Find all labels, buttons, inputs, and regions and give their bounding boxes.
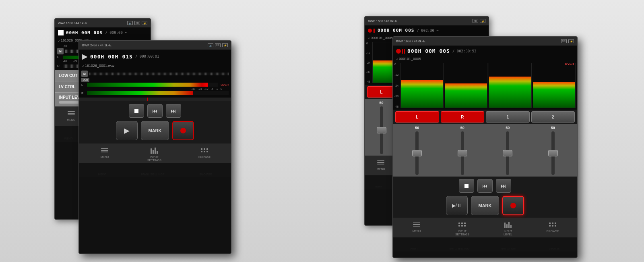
usb-icon-rf: ⚡	[568, 39, 574, 43]
right-front-meters-container: 0-12-24-30-48 OVER	[393, 61, 577, 110]
main-scene: WAV 16bit / 44.1kHz 🔈 XR ⚡ 000H 00M 00S …	[0, 0, 644, 262]
right-front-channel-btns: L R 1 2	[393, 110, 577, 124]
transport-row-2: ▶ MARK	[82, 121, 228, 140]
l-label: L	[57, 55, 61, 59]
fader-2-value-rf: 50	[551, 126, 555, 130]
rec-dot-rb	[368, 29, 372, 33]
fader-l-thumb-rf[interactable]	[412, 150, 422, 156]
nav-input-level-rf[interactable]: INPUTLEVEL	[502, 220, 514, 236]
stop-icon-rf	[464, 184, 469, 188]
menu-icon	[66, 109, 77, 118]
fader-r-thumb-rf[interactable]	[458, 150, 467, 156]
left-front-status-bar: BWF 24bit / 44.1kHz 🔈 XR ⚡	[79, 41, 231, 50]
right-front-time-display: 000H 00M 00S / 002:30:53	[393, 46, 577, 56]
nav-browse-rf[interactable]: BROWSE	[547, 220, 559, 236]
play-icon-t: ▶	[124, 126, 130, 135]
fader-l-rf: 50	[395, 126, 439, 175]
rec-button[interactable]	[172, 121, 194, 140]
r-label: R	[57, 64, 61, 68]
rewind-button-rf[interactable]: ⏮	[477, 179, 493, 193]
nav-menu-rb[interactable]: MENU	[375, 158, 386, 174]
ch-btn-l-rb[interactable]: L	[367, 86, 396, 98]
ch-bar-2-rf	[533, 82, 575, 108]
ch-btn-r-rf[interactable]: R	[441, 111, 485, 123]
right-back-status-bar: BWF 16bit / 48.0kHz XR ⚡	[365, 17, 489, 25]
speaker-icon: 🔈	[127, 21, 133, 25]
right-front-time-total: / 002:30:53	[452, 49, 477, 53]
progress-fill	[147, 98, 148, 101]
speaker-icon-f: 🔈	[208, 43, 213, 47]
menu-nav-label-f: MENU	[101, 156, 109, 159]
right-device-group: BWF 16bit / 48.0kHz XR ⚡ 000H 00M 00S / …	[364, 16, 590, 246]
menu-icon-f	[99, 146, 110, 155]
left-device-group: WAV 16bit / 44.1kHz 🔈 XR ⚡ 000H 00M 00S …	[54, 18, 256, 244]
ch-meter-l-rf	[400, 63, 443, 108]
nav-input-settings-f[interactable]: INPUTSETTINGS	[147, 146, 161, 162]
forward-button[interactable]: ⏭	[166, 104, 181, 118]
mark-button-rf[interactable]: MARK	[471, 196, 499, 215]
nav-menu-rf[interactable]: MENU	[411, 220, 422, 236]
xr-icon-f: XR	[215, 43, 221, 47]
fader-1-rf: 50	[486, 126, 530, 175]
pause-bar-2	[374, 29, 375, 33]
browse-icon-rf-nav	[547, 220, 558, 229]
rec-button-rf[interactable]	[502, 196, 524, 215]
mark-button[interactable]: MARK	[141, 121, 169, 140]
rec-pause-icon	[368, 29, 375, 33]
mark-label-rf: MARK	[479, 203, 492, 208]
left-front-filename: ♪ 161026_0001.wav	[79, 63, 231, 68]
play-icon: ▶	[82, 52, 88, 61]
nav-menu-f[interactable]: MENU	[99, 146, 110, 162]
ch-btn-l-rf[interactable]: L	[395, 111, 439, 123]
nav-browse-f[interactable]: BROWSE	[198, 146, 211, 162]
nav-input-settings-rf[interactable]: INPUTSETTINGS	[455, 220, 469, 236]
rec-dot	[180, 128, 186, 133]
fader-2-thumb-rf[interactable]	[548, 150, 558, 156]
pause-bar-1	[373, 29, 374, 33]
rewind-button[interactable]: ⏮	[147, 104, 163, 118]
nav-menu[interactable]: MENU	[66, 109, 77, 125]
play-pause-button-rf[interactable]: ▶/⏸	[446, 196, 468, 215]
fader-1-value-rf: 50	[506, 126, 510, 130]
pause-bar-2-rf	[404, 49, 405, 54]
left-front-vu-row-r: R	[81, 91, 229, 95]
fader-l-thumb[interactable]	[377, 127, 386, 133]
m-badge: M	[57, 48, 64, 54]
fader-l-value-rf: 50	[415, 126, 419, 130]
stop-button-rf[interactable]	[459, 179, 474, 193]
stop-icon-t	[134, 109, 138, 113]
ch-bar-r-rf	[445, 83, 487, 108]
play-button[interactable]: ▶	[116, 121, 138, 140]
fader-l-track[interactable]	[380, 106, 383, 154]
menu-icon-rf-nav	[411, 220, 422, 229]
transport-row-1: ⏮ ⏭	[82, 104, 228, 118]
fader-1-track-rf[interactable]	[506, 131, 509, 175]
right-front-status-bar: BWF 16bit / 48.0kHz XR ⚡	[393, 37, 577, 46]
fader-r-rf: 50	[441, 126, 485, 175]
rec-dot-btn-rf	[510, 203, 516, 208]
fader-r-value-rf: 50	[460, 126, 464, 130]
right-front-time: 000H 00M 00S	[407, 48, 450, 54]
left-front-screen: BWF 24bit / 44.1kHz 🔈 XR ⚡ ▶ 000H 00M 01…	[78, 40, 231, 254]
right-front-ch-meters: 0-12-24-30-48	[393, 61, 577, 110]
fader-r-track-rf[interactable]	[461, 131, 464, 175]
fwd-icon: ⏭	[171, 108, 176, 114]
menu-icon-rb	[375, 158, 386, 167]
mark-label: MARK	[149, 128, 162, 133]
usb-icon: ⚡	[142, 21, 147, 25]
fader-1-thumb-rf[interactable]	[503, 150, 512, 156]
menu-nav-label-rf: MENU	[413, 230, 421, 233]
xr-icon-rb: XR	[473, 19, 478, 23]
right-back-format: BWF 16bit / 48.0kHz	[368, 19, 397, 23]
menu-nav-label: MENU	[67, 119, 75, 122]
rec-pause-icon-rf	[396, 49, 405, 54]
ch-btn-1-rf[interactable]: 1	[486, 111, 530, 123]
ch-btn-2-rf[interactable]: 2	[531, 111, 575, 123]
fader-2-track-rf[interactable]	[551, 131, 555, 175]
forward-button-rf[interactable]: ⏭	[496, 179, 511, 193]
play-pause-icon-rf: ▶/⏸	[452, 203, 462, 208]
fader-l-track-rf[interactable]	[415, 131, 419, 175]
left-back-time-total: / 000:00 ~	[105, 31, 127, 35]
right-front-format: BWF 16bit / 48.0kHz	[396, 40, 425, 43]
stop-button[interactable]	[129, 104, 144, 118]
